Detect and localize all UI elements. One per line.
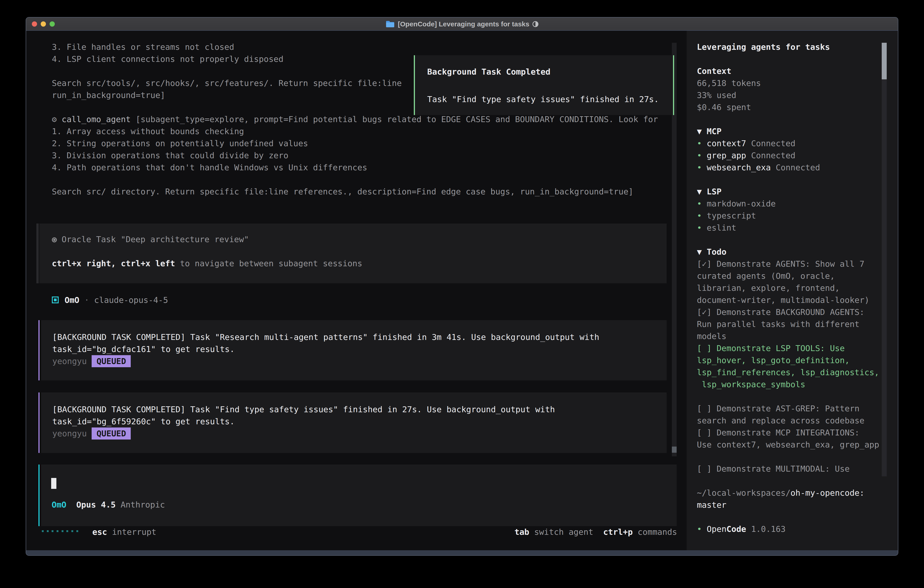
chat-line	[52, 173, 658, 185]
text-segment: 3. File handles or streams not closed	[52, 42, 234, 51]
sidebar-scrollbar-thumb[interactable]	[882, 43, 887, 79]
text-segment: •	[697, 211, 707, 220]
text-segment: •	[697, 139, 707, 148]
sidebar-line	[697, 53, 879, 65]
oracle-hint-line: ctrl+x right, ctrl+x left to navigate be…	[52, 258, 362, 269]
toast-notification[interactable]: Background Task Completed Task "Find typ…	[414, 55, 674, 115]
text-segment: [✓] Demonstrate AGENTS: Show all 7	[697, 259, 865, 269]
spacer	[107, 527, 112, 537]
toast-title: Background Task Completed	[427, 66, 550, 78]
spinner-dots	[42, 530, 81, 532]
text-segment: 4. LSP client connections not properly d…	[52, 55, 284, 64]
task-box-typesafety[interactable]: [BACKGROUND TASK COMPLETED] Task "Find t…	[38, 393, 667, 453]
text-segment: call_omo_agent	[62, 115, 130, 124]
sidebar-line: $0.46 spent	[697, 101, 879, 113]
text-segment: $0.46 spent	[697, 102, 751, 112]
text-segment: 66,518 tokens	[697, 78, 761, 88]
titlebar[interactable]: [OpenCode] Leveraging agents for tasks	[26, 18, 898, 31]
oracle-box-text: Oracle Task "Deep architecture review" c…	[52, 233, 362, 269]
text-segment: ⚙	[52, 115, 62, 124]
spinner-dot	[71, 530, 73, 532]
chat-scrollbar-handle[interactable]	[672, 447, 676, 453]
task-message-line: [BACKGROUND TASK COMPLETED] Task "Resear…	[52, 331, 599, 343]
sidebar-line: ▼ LSP	[697, 185, 879, 198]
window-content: 3. File handles or streams not closed4. …	[26, 31, 898, 550]
status-label: commands	[638, 527, 677, 537]
sidebar-line: • websearch_exa Connected	[697, 162, 879, 173]
text-segment: •	[697, 151, 707, 160]
text-segment: [subagent_type=explore, prompt=Find pote…	[131, 115, 658, 124]
task-message: [BACKGROUND TASK COMPLETED] Task "Find t…	[52, 405, 555, 414]
sidebar-line: lsp_workspace_symbols	[697, 378, 879, 390]
text-segment: typescript	[707, 211, 756, 220]
sidebar-scrollbar[interactable]	[882, 43, 887, 476]
task-box-research[interactable]: [BACKGROUND TASK COMPLETED] Task "Resear…	[38, 320, 667, 380]
oracle-task-box[interactable]: Oracle Task "Deep architecture review" c…	[36, 223, 667, 283]
sidebar-line	[697, 390, 879, 403]
text-segment: Connected	[746, 151, 795, 160]
text-segment: [✓] Demonstrate BACKGROUND AGENTS:	[697, 307, 865, 317]
status-badge-queued: QUEUED	[92, 355, 131, 367]
spinner-dot	[76, 530, 78, 532]
terminal-window: [OpenCode] Leveraging agents for tasks 3…	[26, 17, 898, 556]
sidebar-line: Leveraging agents for tasks	[697, 41, 879, 53]
oracle-title: Oracle Task "Deep architecture review"	[62, 235, 249, 244]
chat-line: 1. Array access without bounds checking	[52, 125, 658, 137]
text-segment: MCP	[707, 127, 721, 136]
text-segment: Search src/tools/, src/hooks/, src/featu…	[52, 78, 402, 88]
spinner-dot	[42, 530, 44, 532]
spacer	[66, 500, 76, 509]
task-message-line: [BACKGROUND TASK COMPLETED] Task "Find t…	[52, 403, 555, 415]
prompt-input[interactable]: OmO Opus 4.5 Anthropic	[38, 464, 676, 526]
screen: [OpenCode] Leveraging agents for tasks 3…	[0, 0, 924, 588]
status-key: tab	[515, 527, 529, 537]
spacer	[116, 500, 121, 509]
text-cursor	[51, 478, 56, 489]
text-segment: librarian, explore, frontend,	[697, 283, 840, 292]
sidebar-line	[697, 451, 879, 463]
sidebar-content: Leveraging agents for tasksContext66,518…	[697, 41, 879, 535]
oracle-hint: to navigate between subagent sessions	[175, 259, 362, 268]
text-segment: markdown-oxide	[707, 199, 776, 208]
text-segment: Connected	[746, 139, 795, 148]
text-segment: websearch_exa	[707, 163, 771, 172]
chat-line: 3. File handles or streams not closed	[52, 41, 658, 53]
input-model: Opus 4.5	[76, 500, 116, 509]
text-segment: 2. String operations on potentially unde…	[52, 139, 308, 148]
chat-line: 2. String operations on potentially unde…	[52, 137, 658, 149]
task-meta-line: yeongyu QUEUED	[52, 428, 555, 439]
input-box-bg	[41, 464, 676, 526]
text-segment: •	[697, 223, 707, 232]
text-segment: lsp_hover, lsp_goto_definition,	[697, 356, 850, 365]
text-segment: grep_app	[707, 151, 746, 160]
text-segment: Leveraging agents for tasks	[697, 42, 830, 51]
task-accent-bar	[38, 393, 40, 453]
spacer	[633, 527, 638, 537]
half-circle-icon	[533, 21, 538, 27]
sidebar-line: • typescript	[697, 210, 879, 222]
text-segment: context7	[707, 139, 746, 148]
sidebar-line: [ ] Demonstrate LSP TOOLS: Use	[697, 342, 879, 354]
task-message-line: task_id="bg_dcfac161" to get results.	[52, 343, 599, 355]
text-segment: [ ] Demonstrate LSP TOOLS: Use	[697, 344, 845, 353]
sidebar-line: Context	[697, 65, 879, 77]
radio-icon	[52, 237, 57, 243]
text-segment: Context	[697, 66, 731, 76]
sidebar-line: ▼ Todo	[697, 246, 879, 258]
text-segment: Run parallel tasks with different	[697, 319, 860, 329]
text-segment: [ ] Demonstrate MCP INTEGRATIONS:	[697, 428, 860, 437]
text-segment: 1. Array access without bounds checking	[52, 127, 244, 136]
text-segment: 33% used	[697, 91, 736, 100]
sidebar-line: [ ] Demonstrate MCP INTEGRATIONS:	[697, 426, 879, 439]
sidebar-line: • eslint	[697, 222, 879, 234]
spacer	[593, 527, 603, 537]
sidebar-line	[697, 475, 879, 487]
text-segment: Search src/ directory. Return specific f…	[52, 187, 634, 196]
sidebar-line: 33% used	[697, 89, 879, 101]
status-key: ctrl+p	[603, 527, 633, 537]
spinner-dot	[62, 530, 63, 532]
sidebar-line: • OpenCode 1.0.163	[697, 523, 879, 535]
sidebar-line	[697, 234, 879, 246]
text-segment: run_in_background=true]	[52, 91, 165, 100]
status-label: switch agent	[534, 527, 593, 537]
